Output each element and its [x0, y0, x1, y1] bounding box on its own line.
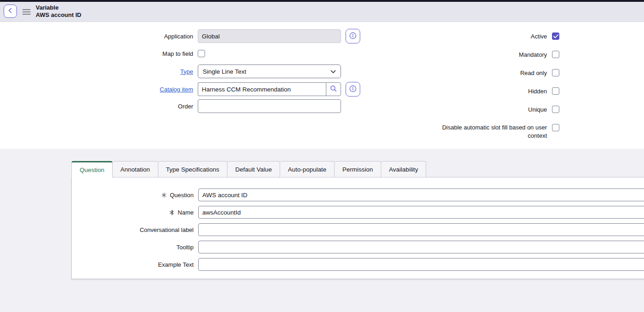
mandatory-checkbox[interactable] — [552, 51, 559, 58]
catalog-item-info-button[interactable] — [346, 82, 360, 97]
back-button[interactable] — [4, 5, 17, 18]
conversational-label-input[interactable] — [198, 223, 644, 236]
unique-checkbox[interactable] — [552, 106, 559, 113]
application-input[interactable] — [198, 29, 341, 43]
mandatory-row: Mandatory — [389, 47, 559, 62]
conversational-label-label: Conversational label — [72, 226, 194, 233]
disable-slot-fill-checkbox[interactable] — [552, 124, 559, 131]
application-label: Application — [0, 33, 193, 40]
type-row: Type Single Line Text — [0, 65, 341, 78]
page-title: Variable AWS account ID — [36, 4, 81, 19]
hidden-row: Hidden — [389, 84, 559, 98]
tab-annotation[interactable]: Annotation — [113, 161, 158, 178]
info-circle-icon — [349, 85, 357, 94]
chevron-left-icon — [8, 8, 13, 15]
tooltip-row: Tooltip — [72, 241, 644, 253]
map-to-field-label: Map to field — [0, 50, 193, 57]
record-name-title: AWS account ID — [36, 11, 81, 19]
tooltip-label: Tooltip — [72, 244, 194, 251]
name-row: Name — [72, 206, 644, 219]
hidden-label: Hidden — [528, 88, 547, 95]
read-only-row: Read only — [389, 65, 559, 80]
magnifier-icon — [330, 85, 337, 93]
example-text-input[interactable] — [198, 258, 644, 271]
info-circle-icon — [349, 32, 357, 41]
order-input[interactable] — [198, 99, 341, 113]
map-to-field-checkbox[interactable] — [198, 50, 205, 57]
active-label: Active — [531, 33, 547, 40]
catalog-item-lookup — [198, 82, 341, 96]
disable-slot-fill-label: Disable automatic slot fill based on use… — [433, 124, 547, 140]
chevron-down-icon — [330, 68, 336, 75]
active-row: Active — [389, 29, 559, 43]
hidden-checkbox[interactable] — [552, 87, 559, 95]
form-header: Variable AWS account ID — [0, 0, 644, 22]
example-text-row: Example Text — [72, 258, 644, 271]
catalog-item-input[interactable] — [198, 82, 326, 96]
read-only-checkbox[interactable] — [552, 69, 559, 76]
question-row: Question — [72, 188, 644, 201]
order-label: Order — [0, 103, 193, 110]
type-select[interactable]: Single Line Text — [198, 65, 341, 78]
disable-slot-fill-row: Disable automatic slot fill based on use… — [389, 124, 559, 140]
tab-strip: Question Annotation Type Specifications … — [71, 161, 426, 178]
order-row: Order — [0, 99, 341, 113]
mandatory-label: Mandatory — [519, 51, 547, 58]
type-select-value: Single Line Text — [203, 68, 330, 75]
catalog-item-search-button[interactable] — [326, 82, 341, 96]
unique-label: Unique — [528, 106, 547, 113]
example-text-label: Example Text — [72, 261, 194, 268]
catalog-item-row: Catalog item — [0, 82, 360, 97]
question-input[interactable] — [198, 188, 644, 201]
type-link[interactable]: Type — [180, 68, 193, 75]
name-input[interactable] — [198, 206, 644, 219]
type-label: Type — [0, 68, 193, 75]
catalog-item-label: Catalog item — [0, 86, 193, 93]
record-type-title: Variable — [36, 4, 81, 11]
tab-type-specifications[interactable]: Type Specifications — [158, 161, 227, 178]
tabbed-section: Question Annotation Type Specifications … — [0, 149, 644, 312]
tab-auto-populate[interactable]: Auto-populate — [280, 161, 335, 178]
unique-row: Unique — [389, 102, 559, 117]
hamburger-icon[interactable] — [22, 8, 31, 16]
tab-availability[interactable]: Availability — [381, 161, 427, 178]
active-checkbox[interactable] — [552, 32, 559, 40]
tab-question[interactable]: Question — [71, 161, 113, 178]
tab-default-value[interactable]: Default Value — [227, 161, 280, 178]
tooltip-input[interactable] — [198, 241, 644, 253]
application-info-button[interactable] — [346, 29, 360, 43]
catalog-item-link[interactable]: Catalog item — [160, 86, 193, 93]
conversational-label-row: Conversational label — [72, 223, 644, 236]
variable-form-top: Application Map to field Type Single Lin… — [0, 22, 644, 149]
read-only-label: Read only — [520, 70, 547, 76]
name-label: Name — [72, 209, 194, 216]
application-row: Application — [0, 29, 360, 43]
tab-permission[interactable]: Permission — [335, 161, 381, 178]
asterisk-icon — [162, 193, 167, 198]
asterisk-icon — [169, 210, 174, 215]
map-to-field-row: Map to field — [0, 50, 205, 57]
question-tab-panel: Question Name Conversational label — [71, 177, 644, 279]
question-label: Question — [72, 192, 194, 199]
